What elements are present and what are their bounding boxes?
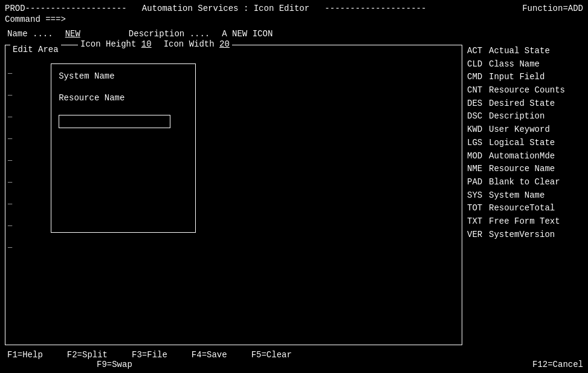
sidebar-desc-kwd: User Keyword: [489, 123, 550, 137]
sidebar-item-cnt[interactable]: CNTResource Counts: [467, 84, 583, 97]
command-bar: Command ===>: [5, 15, 583, 24]
sidebar-code-cmd: CMD: [467, 71, 486, 84]
sidebar-list: ACTActual StateCLDClass NameCMDInput Fie…: [462, 45, 583, 345]
sidebar-code-lgs: LGS: [467, 137, 486, 150]
icon-width-value[interactable]: 20: [219, 39, 230, 49]
row-handle-8: —: [8, 222, 12, 230]
f12-key[interactable]: F12=Cancel: [532, 360, 583, 369]
sidebar-item-des[interactable]: DESDesired State: [467, 97, 583, 111]
row-handle-4: —: [8, 135, 12, 143]
icon-width-label: Icon Width 20: [164, 39, 230, 49]
sidebar-item-act[interactable]: ACTActual State: [467, 45, 583, 58]
sidebar-item-mod[interactable]: MODAutomationMde: [467, 150, 583, 163]
sidebar-code-pad: PAD: [467, 176, 486, 189]
sidebar-desc-lgs: Logical State: [489, 137, 555, 150]
sidebar-desc-cld: Class Name: [489, 58, 540, 71]
fkey-row2: F9=Swap F12=Cancel: [5, 360, 583, 369]
title-bar: PROD-------------------- Automation Serv…: [5, 4, 583, 13]
sidebar-item-cld[interactable]: CLDClass Name: [467, 58, 583, 71]
function-label: Function=ADD: [522, 4, 583, 13]
name-value[interactable]: NEW: [65, 29, 80, 39]
sidebar-desc-cnt: Resource Counts: [489, 84, 565, 97]
row-handle-5: —: [8, 157, 12, 165]
preview-resource-name: Resource Name: [59, 93, 188, 103]
preview-system-name: System Name: [59, 71, 188, 81]
icon-height-label: Icon Height 10: [80, 39, 152, 49]
sidebar-item-txt[interactable]: TXTFree Form Text: [467, 215, 583, 229]
sidebar-item-tot[interactable]: TOTResourceTotal: [467, 202, 583, 215]
sidebar-item-nme[interactable]: NMEResource Name: [467, 163, 583, 176]
main-section: Edit Area Icon Height 10 Icon Width 20 —…: [5, 45, 583, 345]
f5-key[interactable]: F5=Clear: [251, 350, 292, 360]
sidebar-desc-txt: Free Form Text: [489, 215, 560, 229]
sidebar-item-lgs[interactable]: LGSLogical State: [467, 137, 583, 150]
row-handle-2: —: [8, 91, 12, 100]
row-handle-6: —: [8, 178, 12, 187]
sidebar-code-act: ACT: [467, 45, 486, 58]
f1-key[interactable]: F1=Help: [7, 350, 43, 360]
icon-params: Icon Height 10 Icon Width 20: [78, 39, 232, 49]
f4-key[interactable]: F4=Save: [192, 350, 227, 360]
title-dashes1: --------------------: [25, 4, 127, 13]
sidebar-item-ver[interactable]: VERSystemVersion: [467, 229, 583, 242]
sidebar-code-kwd: KWD: [467, 123, 486, 137]
edit-canvas: — — — — — — — — — System Name Resource N…: [8, 57, 459, 342]
row-handle-7: —: [8, 200, 12, 209]
desc-value[interactable]: A NEW ICON: [222, 29, 273, 39]
row-handle-1: —: [8, 70, 12, 78]
icon-preview-area: System Name Resource Name: [51, 63, 196, 233]
sidebar-code-dsc: DSC: [467, 110, 486, 123]
fkey-row2-left: F9=Swap: [97, 360, 132, 369]
sidebar-desc-act: Actual State: [489, 45, 550, 58]
sidebar-code-txt: TXT: [467, 215, 486, 229]
sidebar-code-tot: TOT: [467, 202, 486, 215]
sidebar-code-ver: VER: [467, 229, 486, 242]
f3-key[interactable]: F3=File: [132, 350, 167, 360]
sidebar-code-mod: MOD: [467, 150, 486, 163]
sidebar-desc-cmd: Input Field: [489, 71, 544, 84]
sidebar-desc-sys: System Name: [489, 189, 544, 203]
sidebar-desc-mod: AutomationMde: [489, 150, 555, 163]
sidebar-code-des: DES: [467, 97, 486, 111]
app-title: Automation Services : Icon Editor: [142, 4, 309, 13]
sidebar-desc-ver: SystemVersion: [489, 229, 555, 242]
row-handles: — — — — — — — — —: [8, 70, 12, 252]
prod-label: PROD: [5, 4, 25, 13]
fkey-row1: F1=Help F2=Split F3=File F4=Save F5=Clea…: [5, 350, 583, 360]
main-screen: PROD-------------------- Automation Serv…: [5, 4, 583, 369]
sidebar-item-dsc[interactable]: DSCDescription: [467, 110, 583, 123]
sidebar-desc-dsc: Description: [489, 110, 544, 123]
sidebar-desc-des: Desired State: [489, 97, 555, 111]
edit-area-container: Edit Area Icon Height 10 Icon Width 20 —…: [5, 45, 462, 345]
f2-key[interactable]: F2=Split: [67, 350, 108, 360]
title-left: PROD-------------------- Automation Serv…: [5, 4, 426, 13]
sidebar-item-kwd[interactable]: KWDUser Keyword: [467, 123, 583, 137]
sidebar-code-cnt: CNT: [467, 84, 486, 97]
sidebar-desc-tot: ResourceTotal: [489, 202, 555, 215]
edit-area-label: Edit Area: [10, 45, 61, 54]
sidebar-code-sys: SYS: [467, 189, 486, 203]
desc-label: Description ....: [129, 29, 210, 39]
sidebar-item-pad[interactable]: PADBlank to Clear: [467, 176, 583, 189]
sidebar-desc-pad: Blank to Clear: [489, 176, 560, 189]
function-keys: F1=Help F2=Split F3=File F4=Save F5=Clea…: [5, 345, 583, 369]
sidebar-code-cld: CLD: [467, 58, 486, 71]
f9-key[interactable]: F9=Swap: [97, 360, 132, 369]
sidebar-item-cmd[interactable]: CMDInput Field: [467, 71, 583, 84]
sidebar-code-nme: NME: [467, 163, 486, 176]
title-dashes2: --------------------: [325, 4, 426, 13]
row-handle-9: —: [8, 244, 12, 252]
row-handle-3: —: [8, 113, 12, 122]
icon-height-value[interactable]: 10: [141, 39, 152, 49]
preview-input-box[interactable]: [59, 115, 170, 128]
sidebar-desc-nme: Resource Name: [489, 163, 555, 176]
name-desc-bar: Name .... NEW Description .... A NEW ICO…: [5, 29, 583, 39]
sidebar-item-sys[interactable]: SYSSystem Name: [467, 189, 583, 203]
name-label: Name ....: [7, 29, 53, 39]
command-label: Command ===>: [5, 15, 66, 24]
